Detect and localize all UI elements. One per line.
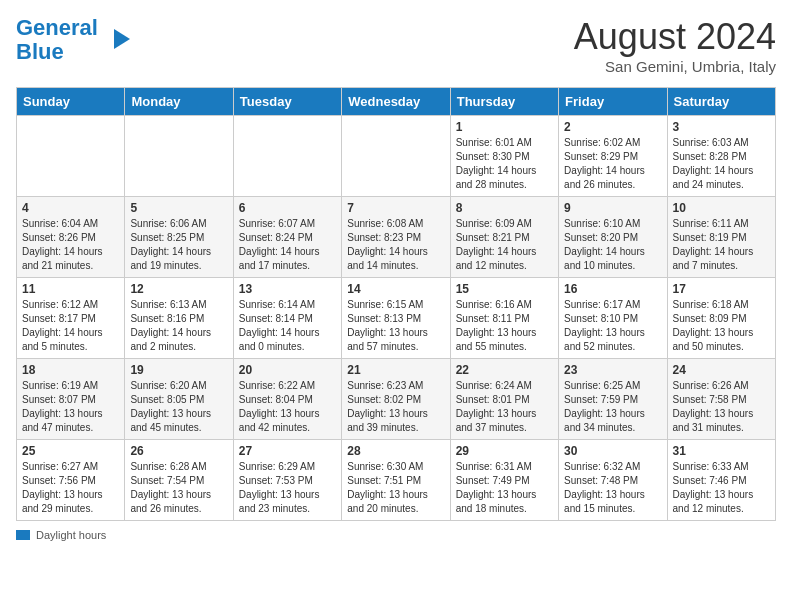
day-number: 18 xyxy=(22,363,119,377)
legend-bar-icon xyxy=(16,530,30,540)
day-info: Sunrise: 6:12 AM Sunset: 8:17 PM Dayligh… xyxy=(22,298,119,354)
day-info: Sunrise: 6:03 AM Sunset: 8:28 PM Dayligh… xyxy=(673,136,770,192)
calendar-cell: 25Sunrise: 6:27 AM Sunset: 7:56 PM Dayli… xyxy=(17,440,125,521)
calendar-cell: 4Sunrise: 6:04 AM Sunset: 8:26 PM Daylig… xyxy=(17,197,125,278)
calendar-day-header: Tuesday xyxy=(233,88,341,116)
calendar-cell: 20Sunrise: 6:22 AM Sunset: 8:04 PM Dayli… xyxy=(233,359,341,440)
day-info: Sunrise: 6:17 AM Sunset: 8:10 PM Dayligh… xyxy=(564,298,661,354)
day-number: 8 xyxy=(456,201,553,215)
calendar-cell xyxy=(17,116,125,197)
calendar-cell: 16Sunrise: 6:17 AM Sunset: 8:10 PM Dayli… xyxy=(559,278,667,359)
day-info: Sunrise: 6:01 AM Sunset: 8:30 PM Dayligh… xyxy=(456,136,553,192)
calendar-cell: 30Sunrise: 6:32 AM Sunset: 7:48 PM Dayli… xyxy=(559,440,667,521)
day-number: 3 xyxy=(673,120,770,134)
legend-text: Daylight hours xyxy=(36,529,106,541)
day-info: Sunrise: 6:24 AM Sunset: 8:01 PM Dayligh… xyxy=(456,379,553,435)
calendar-cell: 7Sunrise: 6:08 AM Sunset: 8:23 PM Daylig… xyxy=(342,197,450,278)
day-number: 25 xyxy=(22,444,119,458)
day-number: 31 xyxy=(673,444,770,458)
calendar-cell: 23Sunrise: 6:25 AM Sunset: 7:59 PM Dayli… xyxy=(559,359,667,440)
calendar-cell: 2Sunrise: 6:02 AM Sunset: 8:29 PM Daylig… xyxy=(559,116,667,197)
calendar-cell: 17Sunrise: 6:18 AM Sunset: 8:09 PM Dayli… xyxy=(667,278,775,359)
calendar-week-row: 18Sunrise: 6:19 AM Sunset: 8:07 PM Dayli… xyxy=(17,359,776,440)
calendar-header-row: SundayMondayTuesdayWednesdayThursdayFrid… xyxy=(17,88,776,116)
calendar-cell: 5Sunrise: 6:06 AM Sunset: 8:25 PM Daylig… xyxy=(125,197,233,278)
day-info: Sunrise: 6:33 AM Sunset: 7:46 PM Dayligh… xyxy=(673,460,770,516)
calendar-table: SundayMondayTuesdayWednesdayThursdayFrid… xyxy=(16,87,776,521)
day-number: 2 xyxy=(564,120,661,134)
svg-marker-0 xyxy=(114,29,130,49)
calendar-cell xyxy=(125,116,233,197)
calendar-cell xyxy=(342,116,450,197)
day-info: Sunrise: 6:30 AM Sunset: 7:51 PM Dayligh… xyxy=(347,460,444,516)
day-number: 19 xyxy=(130,363,227,377)
day-info: Sunrise: 6:10 AM Sunset: 8:20 PM Dayligh… xyxy=(564,217,661,273)
calendar-cell: 9Sunrise: 6:10 AM Sunset: 8:20 PM Daylig… xyxy=(559,197,667,278)
day-info: Sunrise: 6:19 AM Sunset: 8:07 PM Dayligh… xyxy=(22,379,119,435)
calendar-cell: 6Sunrise: 6:07 AM Sunset: 8:24 PM Daylig… xyxy=(233,197,341,278)
day-number: 13 xyxy=(239,282,336,296)
calendar-cell: 19Sunrise: 6:20 AM Sunset: 8:05 PM Dayli… xyxy=(125,359,233,440)
day-number: 17 xyxy=(673,282,770,296)
calendar-cell: 8Sunrise: 6:09 AM Sunset: 8:21 PM Daylig… xyxy=(450,197,558,278)
day-number: 12 xyxy=(130,282,227,296)
calendar-cell: 21Sunrise: 6:23 AM Sunset: 8:02 PM Dayli… xyxy=(342,359,450,440)
calendar-cell: 22Sunrise: 6:24 AM Sunset: 8:01 PM Dayli… xyxy=(450,359,558,440)
day-info: Sunrise: 6:16 AM Sunset: 8:11 PM Dayligh… xyxy=(456,298,553,354)
day-number: 6 xyxy=(239,201,336,215)
calendar-cell: 11Sunrise: 6:12 AM Sunset: 8:17 PM Dayli… xyxy=(17,278,125,359)
day-info: Sunrise: 6:25 AM Sunset: 7:59 PM Dayligh… xyxy=(564,379,661,435)
day-info: Sunrise: 6:27 AM Sunset: 7:56 PM Dayligh… xyxy=(22,460,119,516)
day-info: Sunrise: 6:06 AM Sunset: 8:25 PM Dayligh… xyxy=(130,217,227,273)
day-number: 5 xyxy=(130,201,227,215)
calendar-cell: 1Sunrise: 6:01 AM Sunset: 8:30 PM Daylig… xyxy=(450,116,558,197)
day-number: 16 xyxy=(564,282,661,296)
calendar-cell: 3Sunrise: 6:03 AM Sunset: 8:28 PM Daylig… xyxy=(667,116,775,197)
calendar-cell xyxy=(233,116,341,197)
day-info: Sunrise: 6:13 AM Sunset: 8:16 PM Dayligh… xyxy=(130,298,227,354)
day-number: 9 xyxy=(564,201,661,215)
day-number: 24 xyxy=(673,363,770,377)
calendar-week-row: 4Sunrise: 6:04 AM Sunset: 8:26 PM Daylig… xyxy=(17,197,776,278)
day-info: Sunrise: 6:28 AM Sunset: 7:54 PM Dayligh… xyxy=(130,460,227,516)
calendar-cell: 14Sunrise: 6:15 AM Sunset: 8:13 PM Dayli… xyxy=(342,278,450,359)
day-info: Sunrise: 6:07 AM Sunset: 8:24 PM Dayligh… xyxy=(239,217,336,273)
day-number: 20 xyxy=(239,363,336,377)
calendar-cell: 18Sunrise: 6:19 AM Sunset: 8:07 PM Dayli… xyxy=(17,359,125,440)
logo-text: General Blue xyxy=(16,16,98,64)
day-info: Sunrise: 6:08 AM Sunset: 8:23 PM Dayligh… xyxy=(347,217,444,273)
calendar-day-header: Sunday xyxy=(17,88,125,116)
day-number: 28 xyxy=(347,444,444,458)
calendar-body: 1Sunrise: 6:01 AM Sunset: 8:30 PM Daylig… xyxy=(17,116,776,521)
day-number: 27 xyxy=(239,444,336,458)
day-info: Sunrise: 6:11 AM Sunset: 8:19 PM Dayligh… xyxy=(673,217,770,273)
calendar-cell: 12Sunrise: 6:13 AM Sunset: 8:16 PM Dayli… xyxy=(125,278,233,359)
calendar-cell: 27Sunrise: 6:29 AM Sunset: 7:53 PM Dayli… xyxy=(233,440,341,521)
calendar-cell: 24Sunrise: 6:26 AM Sunset: 7:58 PM Dayli… xyxy=(667,359,775,440)
calendar-cell: 29Sunrise: 6:31 AM Sunset: 7:49 PM Dayli… xyxy=(450,440,558,521)
calendar-week-row: 25Sunrise: 6:27 AM Sunset: 7:56 PM Dayli… xyxy=(17,440,776,521)
logo: General Blue xyxy=(16,16,132,64)
title-block: August 2024 San Gemini, Umbria, Italy xyxy=(574,16,776,75)
page-header: General Blue August 2024 San Gemini, Umb… xyxy=(16,16,776,75)
day-info: Sunrise: 6:29 AM Sunset: 7:53 PM Dayligh… xyxy=(239,460,336,516)
day-number: 26 xyxy=(130,444,227,458)
legend: Daylight hours xyxy=(16,529,776,541)
calendar-week-row: 1Sunrise: 6:01 AM Sunset: 8:30 PM Daylig… xyxy=(17,116,776,197)
calendar-week-row: 11Sunrise: 6:12 AM Sunset: 8:17 PM Dayli… xyxy=(17,278,776,359)
day-info: Sunrise: 6:23 AM Sunset: 8:02 PM Dayligh… xyxy=(347,379,444,435)
day-number: 1 xyxy=(456,120,553,134)
calendar-cell: 28Sunrise: 6:30 AM Sunset: 7:51 PM Dayli… xyxy=(342,440,450,521)
day-info: Sunrise: 6:32 AM Sunset: 7:48 PM Dayligh… xyxy=(564,460,661,516)
day-info: Sunrise: 6:15 AM Sunset: 8:13 PM Dayligh… xyxy=(347,298,444,354)
day-number: 4 xyxy=(22,201,119,215)
day-info: Sunrise: 6:09 AM Sunset: 8:21 PM Dayligh… xyxy=(456,217,553,273)
calendar-day-header: Friday xyxy=(559,88,667,116)
day-number: 30 xyxy=(564,444,661,458)
day-info: Sunrise: 6:22 AM Sunset: 8:04 PM Dayligh… xyxy=(239,379,336,435)
day-number: 10 xyxy=(673,201,770,215)
calendar-day-header: Monday xyxy=(125,88,233,116)
day-info: Sunrise: 6:04 AM Sunset: 8:26 PM Dayligh… xyxy=(22,217,119,273)
calendar-day-header: Saturday xyxy=(667,88,775,116)
day-info: Sunrise: 6:14 AM Sunset: 8:14 PM Dayligh… xyxy=(239,298,336,354)
